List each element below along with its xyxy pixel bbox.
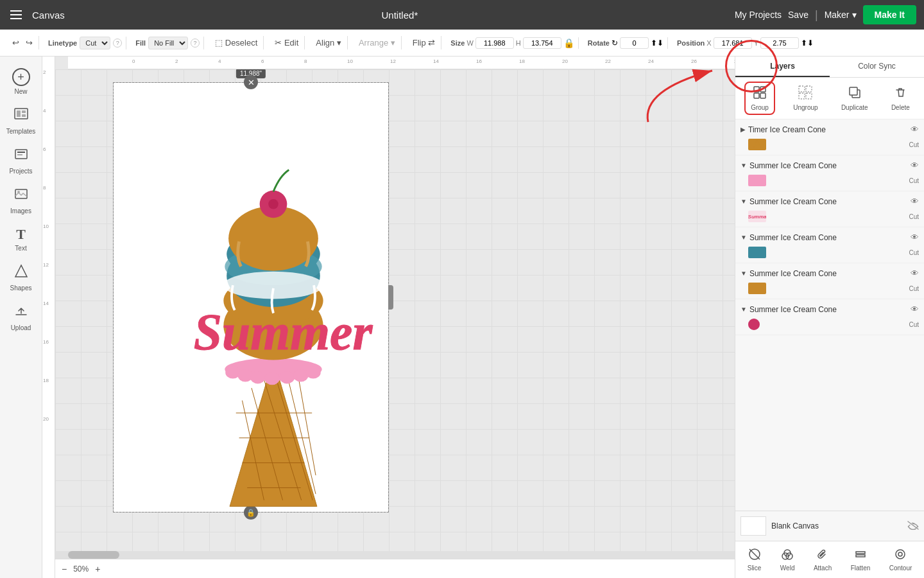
sidebar-item-shapes[interactable]: Shapes (3, 258, 40, 297)
tab-layers[interactable]: Layers (735, 57, 830, 77)
blank-canvas-row: Blank Canvas (735, 511, 924, 541)
svg-point-37 (268, 199, 278, 209)
contour-button[interactable]: Contour (883, 545, 919, 574)
y-position-input[interactable] (760, 37, 799, 49)
size-label: Size (450, 39, 465, 47)
hamburger-menu[interactable] (8, 8, 24, 22)
canvas-wrapper: 2 4 6 8 10 12 14 16 18 20 0 2 4 (42, 57, 735, 578)
layer-group-4-header[interactable]: ▼ Summer Ice Cream Cone 👁 (735, 230, 924, 245)
rotate-input[interactable] (620, 37, 649, 49)
text-icon: T (16, 226, 26, 243)
ungroup-label: Ungroup (793, 104, 817, 111)
save-button[interactable]: Save (788, 10, 809, 20)
arrange-chevron-icon: ▾ (391, 38, 395, 48)
delete-button[interactable]: Delete (886, 83, 915, 114)
size-group: Size W H 🔒 (447, 37, 578, 49)
layer-thumb-2 (748, 175, 766, 186)
tab-color-sync[interactable]: Color Sync (830, 57, 924, 77)
ungroup-button[interactable]: Ungroup (788, 83, 823, 114)
flip-button[interactable]: Flip ⇄ (411, 36, 438, 49)
svg-rect-6 (17, 154, 22, 155)
rotate-group: Rotate ↻ ⬆⬇ (584, 37, 668, 49)
layer-group-2-header[interactable]: ▼ Summer Ice Cream Cone 👁 (735, 158, 924, 173)
ruler-vertical: 2 4 6 8 10 12 14 16 18 20 (42, 57, 55, 578)
layer-group-6: ▼ Summer Ice Cream Cone 👁 Cut (735, 299, 924, 335)
group-button[interactable]: Group (744, 82, 775, 115)
sidebar-item-templates[interactable]: Templates (3, 101, 40, 140)
edit-group: ✂ Edit (269, 36, 305, 49)
undo-redo-group: ↩ ↪ (6, 36, 39, 49)
sidebar-label-new: New (14, 88, 27, 95)
eye-icon-3[interactable]: 👁 (911, 197, 919, 206)
layer-group-1-header[interactable]: ▶ Timer Ice Cream Cone 👁 (735, 122, 924, 137)
align-button[interactable]: Align ▾ (314, 36, 343, 49)
fill-help-icon[interactable]: ? (191, 39, 200, 48)
weld-icon (781, 548, 794, 563)
zoom-in-button[interactable]: + (95, 564, 100, 574)
templates-icon (13, 107, 29, 126)
flatten-button[interactable]: Flatten (844, 545, 877, 574)
arrange-button[interactable]: Arrange ▾ (357, 36, 397, 49)
expand-arrow-1: ▶ (740, 126, 746, 133)
position-group: Position X Y ⬆⬇ (673, 37, 817, 49)
maker-button[interactable]: Maker ▾ (825, 10, 857, 20)
expand-arrow-4: ▼ (740, 234, 747, 241)
layer-sub-3: Summa Cut (735, 209, 924, 224)
deselect-button[interactable]: ⬚ Deselect (213, 36, 259, 49)
weld-button[interactable]: Weld (774, 545, 801, 574)
height-input[interactable] (523, 37, 561, 49)
flip-icon: ⇄ (428, 38, 435, 48)
svg-rect-39 (754, 87, 759, 92)
width-input[interactable] (475, 37, 514, 49)
expand-arrow-2: ▼ (740, 162, 747, 169)
sidebar-item-upload[interactable]: Upload (3, 298, 40, 337)
dimension-lock-icon[interactable]: 🔒 (563, 38, 574, 48)
make-it-button[interactable]: Make It (863, 5, 916, 24)
eye-slash-icon[interactable] (907, 521, 919, 532)
flatten-label: Flatten (851, 565, 871, 572)
sidebar-item-new[interactable]: + New (3, 63, 40, 100)
sidebar-item-text[interactable]: T Text (3, 221, 40, 257)
canvas-area[interactable]: 11.988" ✕ 🔒 (55, 69, 735, 551)
sidebar-item-projects[interactable]: Projects (3, 141, 40, 180)
undo-button[interactable]: ↩ (10, 36, 21, 49)
zoom-out-button[interactable]: − (62, 564, 67, 574)
sidebar-label-upload: Upload (11, 324, 31, 331)
layer-group-3-name: Summer Ice Cream Cone (749, 197, 908, 206)
layer-sub-action-3: Cut (909, 213, 919, 220)
redo-button[interactable]: ↪ (24, 36, 35, 49)
eye-icon-5[interactable]: 👁 (911, 268, 919, 278)
duplicate-button[interactable]: Duplicate (836, 83, 873, 114)
slice-button[interactable]: Slice (741, 545, 768, 574)
layer-group-5-name: Summer Ice Cream Cone (749, 269, 908, 278)
svg-rect-40 (760, 87, 766, 92)
edit-button[interactable]: ✂ Edit (273, 36, 300, 49)
linetype-help-icon[interactable]: ? (113, 39, 122, 48)
fill-label: Fill (135, 39, 146, 47)
sidebar-label-text: Text (15, 245, 26, 252)
layer-group-5-header[interactable]: ▼ Summer Ice Cream Cone 👁 (735, 266, 924, 281)
expand-arrow-5: ▼ (740, 270, 747, 277)
layer-thumb-6 (748, 319, 760, 330)
align-chevron-icon: ▾ (337, 38, 341, 48)
svg-rect-48 (850, 87, 857, 95)
layer-sub-action-4: Cut (909, 249, 919, 256)
app-name: Canvas (32, 10, 65, 21)
eye-icon-1[interactable]: 👁 (911, 125, 919, 134)
measurement-badge: 11.988" (236, 69, 266, 78)
attach-button[interactable]: Attach (807, 545, 838, 574)
fill-select[interactable]: No Fill (148, 37, 188, 49)
horizontal-scrollbar[interactable] (55, 551, 735, 559)
left-sidebar: + New Templates Proje (0, 57, 42, 578)
my-projects-button[interactable]: My Projects (735, 10, 782, 20)
eye-icon-4[interactable]: 👁 (911, 232, 919, 242)
layer-group-2: ▼ Summer Ice Cream Cone 👁 Cut (735, 155, 924, 191)
eye-icon-2[interactable]: 👁 (911, 161, 919, 170)
sidebar-item-images[interactable]: Images (3, 181, 40, 220)
linetype-group: Linetype Cut ? (44, 37, 126, 49)
eye-icon-6[interactable]: 👁 (911, 304, 919, 314)
linetype-select[interactable]: Cut (80, 37, 110, 49)
layer-group-3-header[interactable]: ▼ Summer Ice Cream Cone 👁 (735, 194, 924, 209)
x-position-input[interactable] (714, 37, 752, 49)
layer-group-6-header[interactable]: ▼ Summer Ice Cream Cone 👁 (735, 302, 924, 317)
